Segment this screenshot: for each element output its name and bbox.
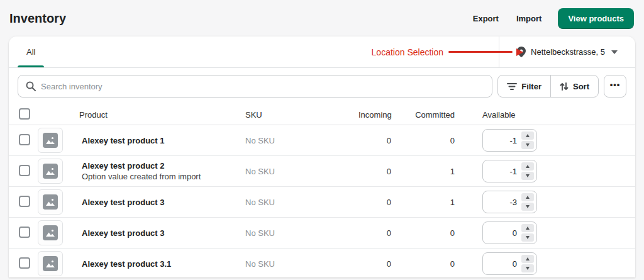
row-checkbox[interactable] — [19, 165, 30, 176]
product-link[interactable]: Alexey test product 3.1 — [82, 259, 171, 269]
triangle-up-icon — [526, 227, 530, 230]
sku-value: No SKU — [245, 136, 358, 145]
search-icon — [26, 81, 36, 91]
table-row: Alexey test product 1 No SKU 0 0 — [9, 125, 635, 156]
increment-button[interactable] — [521, 193, 534, 201]
sku-value: No SKU — [245, 198, 358, 207]
row-checkbox[interactable] — [19, 257, 30, 269]
available-quantity-input[interactable] — [488, 167, 521, 176]
available-quantity-input[interactable] — [488, 136, 521, 145]
header-actions: Export Import View products — [467, 8, 634, 29]
view-products-button[interactable]: View products — [558, 8, 634, 29]
decrement-button[interactable] — [521, 172, 534, 180]
decrement-button[interactable] — [521, 264, 534, 272]
filter-icon — [507, 82, 517, 91]
available-quantity-input[interactable] — [488, 198, 521, 207]
incoming-value: 0 — [358, 167, 391, 176]
export-button[interactable]: Export — [467, 9, 505, 28]
filter-button[interactable]: Filter — [498, 76, 550, 97]
product-link[interactable]: Alexey test product 2 — [82, 161, 165, 171]
decrement-button[interactable] — [521, 233, 534, 242]
triangle-down-icon — [526, 236, 530, 239]
incoming-value: 0 — [358, 228, 391, 238]
sort-button[interactable]: Sort — [550, 76, 598, 97]
stepper-spin-controls — [521, 193, 534, 211]
incoming-value: 0 — [358, 136, 391, 145]
committed-column-header: Committed — [391, 110, 455, 120]
location-selector[interactable]: Nettelbeckstrasse, 5 — [499, 36, 635, 67]
row-checkbox[interactable] — [19, 227, 30, 238]
filter-button-label: Filter — [521, 82, 541, 91]
table-row: Alexey test product 3.1 No SKU 0 0 — [9, 249, 635, 277]
filter-sort-group: Filter Sort — [497, 75, 599, 98]
stepper-spin-controls — [521, 224, 534, 242]
available-quantity-stepper[interactable] — [482, 160, 537, 182]
available-quantity-input[interactable] — [488, 228, 521, 238]
table-row: Alexey test product 3 No SKU 0 0 — [9, 218, 635, 249]
row-checkbox[interactable] — [19, 196, 30, 207]
product-image-placeholder-icon — [38, 159, 63, 184]
sku-value: No SKU — [245, 167, 358, 176]
table-header-row: Product SKU Incoming Committed Available — [9, 104, 635, 125]
increment-button[interactable] — [521, 162, 534, 171]
search-box[interactable] — [18, 75, 492, 98]
triangle-down-icon — [526, 143, 530, 147]
committed-value: 1 — [391, 198, 455, 207]
decrement-button[interactable] — [521, 141, 534, 149]
page-title: Inventory — [9, 11, 66, 26]
inventory-card: All Location Selection Nettelbeckstrasse… — [9, 36, 635, 277]
triangle-down-icon — [526, 267, 530, 270]
import-button[interactable]: Import — [510, 9, 548, 28]
incoming-value: 0 — [358, 259, 391, 269]
increment-button[interactable] — [521, 132, 534, 140]
triangle-down-icon — [526, 205, 530, 208]
location-pin-icon — [517, 47, 526, 57]
incoming-column-header: Incoming — [358, 110, 391, 120]
committed-value: 0 — [391, 259, 455, 269]
stepper-spin-controls — [521, 132, 534, 149]
available-quantity-stepper[interactable] — [482, 221, 537, 244]
product-image-placeholder-icon — [38, 251, 63, 276]
available-quantity-stepper[interactable] — [482, 191, 537, 213]
triangle-up-icon — [526, 257, 530, 260]
chevron-down-icon — [611, 50, 618, 54]
more-actions-button[interactable]: ••• — [604, 75, 626, 98]
product-link[interactable]: Alexey test product 1 — [82, 136, 165, 145]
sort-icon — [560, 82, 569, 91]
search-input[interactable] — [41, 82, 484, 91]
product-link[interactable]: Alexey test product 3 — [82, 198, 165, 207]
table-row: Alexey test product 2 Option value creat… — [9, 156, 635, 187]
product-image-placeholder-icon — [38, 128, 63, 153]
stepper-spin-controls — [521, 162, 534, 180]
tab-spacer — [45, 36, 499, 67]
available-quantity-input[interactable] — [488, 259, 521, 269]
table-row: Alexey test product 3 No SKU 0 1 — [9, 187, 635, 218]
available-quantity-stepper[interactable] — [482, 129, 537, 152]
increment-button[interactable] — [521, 224, 534, 232]
select-all-checkbox[interactable] — [19, 108, 30, 120]
tab-row: All Location Selection Nettelbeckstrasse… — [9, 36, 635, 68]
product-column-header: Product — [79, 110, 245, 120]
committed-value: 1 — [391, 167, 455, 176]
sort-button-label: Sort — [573, 82, 589, 91]
location-selector-label: Nettelbeckstrasse, 5 — [531, 47, 605, 57]
product-subtitle: Option value created from import — [82, 172, 240, 181]
row-checkbox[interactable] — [19, 134, 30, 145]
sku-value: No SKU — [245, 228, 358, 238]
triangle-up-icon — [526, 165, 530, 168]
decrement-button[interactable] — [521, 203, 534, 211]
triangle-up-icon — [526, 134, 530, 137]
available-column-header: Available — [455, 110, 635, 120]
increment-button[interactable] — [521, 255, 534, 263]
more-actions-icon: ••• — [610, 80, 621, 89]
triangle-up-icon — [526, 196, 530, 199]
product-link[interactable]: Alexey test product 3 — [82, 228, 165, 238]
committed-value: 0 — [391, 136, 455, 145]
tab-all-label: All — [26, 47, 35, 57]
controls-row: Filter Sort ••• — [9, 68, 635, 104]
available-quantity-stepper[interactable] — [482, 252, 537, 275]
sku-column-header: SKU — [245, 110, 358, 120]
tab-all[interactable]: All — [16, 36, 45, 67]
stepper-spin-controls — [521, 255, 534, 272]
sku-value: No SKU — [245, 259, 358, 269]
